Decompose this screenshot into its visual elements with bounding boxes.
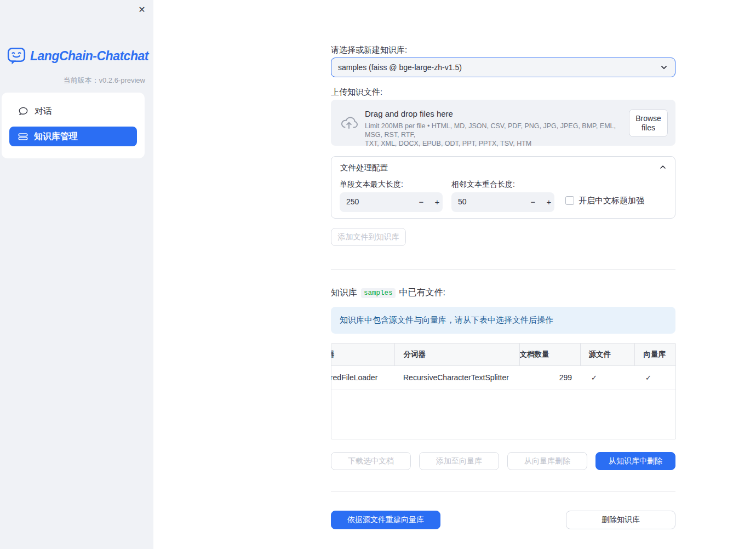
cell-vector-check: ✓ bbox=[634, 365, 676, 390]
dropzone-limits: Limit 200MB per file • HTML, MD, JSON, C… bbox=[365, 122, 627, 148]
chatchat-logo-icon bbox=[7, 47, 26, 65]
column-header-splitter[interactable]: 分词器 bbox=[394, 344, 519, 365]
overlap-size-input[interactable]: 50 − + bbox=[451, 192, 554, 212]
kb-name-code: samples bbox=[361, 288, 396, 298]
file-config-expander: 文件处理配置 单段文本最大长度: 250 − + 相邻文本重合长度: 50 − … bbox=[331, 156, 675, 219]
upload-label: 上传知识文件: bbox=[331, 87, 382, 98]
zh-title-enhance-label: 开启中文标题加强 bbox=[579, 196, 644, 206]
column-header-vector[interactable]: 向量库 bbox=[634, 344, 676, 365]
chunk-size-value: 250 bbox=[346, 197, 359, 206]
info-banner: 知识库中包含源文件与向量库，请从下表中选择文件后操作 bbox=[331, 307, 675, 334]
app-window: ✕ LangChain-Chatchat 当前版本：v0.2.6-preview bbox=[0, 0, 756, 549]
delete-kb-button[interactable]: 删除知识库 bbox=[566, 511, 675, 529]
cell-loader: UnstructuredFileLoader bbox=[331, 365, 394, 390]
file-dropzone[interactable]: Drag and drop files here Limit 200MB per… bbox=[331, 100, 675, 146]
version-text: 当前版本：v0.2.6-preview bbox=[63, 76, 145, 85]
browse-files-button[interactable]: Browse files bbox=[629, 109, 668, 137]
sidebar-item-label: 知识库管理 bbox=[34, 131, 78, 142]
chevron-down-icon bbox=[660, 63, 668, 72]
divider bbox=[331, 491, 675, 492]
chunk-size-label: 单段文本最大长度: bbox=[340, 180, 403, 190]
add-files-to-kb-button[interactable]: 添加文件到知识库 bbox=[331, 228, 406, 246]
delete-from-kb-button[interactable]: 从知识库中删除 bbox=[595, 452, 675, 470]
sidebar-item-chat[interactable]: 对话 bbox=[9, 101, 137, 121]
chunk-size-plus-button[interactable]: + bbox=[431, 192, 443, 212]
chat-bubble-icon bbox=[18, 106, 28, 117]
sidebar-item-label: 对话 bbox=[35, 106, 52, 117]
delete-from-vector-button[interactable]: 从向量库删除 bbox=[507, 452, 587, 470]
download-selected-button[interactable]: 下载选中文档 bbox=[331, 452, 411, 470]
divider bbox=[331, 269, 675, 270]
kb-select-label: 请选择或新建知识库: bbox=[331, 45, 407, 55]
chevron-up-icon[interactable] bbox=[658, 163, 667, 171]
sidebar-item-kb-management[interactable]: 知识库管理 bbox=[9, 127, 137, 146]
kb-files-table[interactable]: 文档加载器 分词器 文档数量 源文件 向量库 UnstructuredFileL… bbox=[331, 343, 676, 439]
kb-select-dropdown[interactable]: samples (faiss @ bge-large-zh-v1.5) bbox=[331, 58, 675, 77]
list-stack-icon bbox=[18, 132, 28, 141]
chunk-size-minus-button[interactable]: − bbox=[415, 192, 427, 212]
overlap-size-label: 相邻文本重合长度: bbox=[451, 180, 515, 190]
column-header-docs[interactable]: 文档数量 bbox=[519, 344, 580, 365]
dropzone-title: Drag and drop files here bbox=[365, 109, 453, 118]
zh-title-enhance-checkbox[interactable] bbox=[565, 196, 574, 205]
column-header-source[interactable]: 源文件 bbox=[580, 344, 634, 365]
add-to-vector-button[interactable]: 添加至向量库 bbox=[419, 452, 499, 470]
chunk-size-input[interactable]: 250 − + bbox=[340, 192, 443, 212]
expander-title[interactable]: 文件处理配置 bbox=[340, 163, 388, 173]
kb-select-value: samples (faiss @ bge-large-zh-v1.5) bbox=[338, 63, 660, 72]
rebuild-vector-store-button[interactable]: 依据源文件重建向量库 bbox=[331, 511, 440, 529]
sidebar: ✕ LangChain-Chatchat 当前版本：v0.2.6-preview bbox=[0, 0, 153, 549]
column-header-loader[interactable]: 文档加载器 bbox=[331, 344, 394, 365]
overlap-size-value: 50 bbox=[458, 197, 467, 206]
table-header-row: 文档加载器 分词器 文档数量 源文件 向量库 bbox=[331, 344, 676, 365]
table-row[interactable]: UnstructuredFileLoader RecursiveCharacte… bbox=[331, 365, 676, 390]
cell-splitter: RecursiveCharacterTextSplitter bbox=[394, 365, 519, 390]
cloud-upload-icon bbox=[340, 114, 358, 131]
logo: LangChain-Chatchat bbox=[7, 47, 148, 65]
sidebar-menu: 对话 知识库管理 bbox=[2, 93, 145, 158]
app-title: LangChain-Chatchat bbox=[30, 49, 148, 64]
overlap-size-minus-button[interactable]: − bbox=[527, 192, 539, 212]
kb-files-heading: 知识库 samples 中已有文件: bbox=[331, 287, 445, 299]
sidebar-close-icon[interactable]: ✕ bbox=[136, 4, 148, 16]
overlap-size-plus-button[interactable]: + bbox=[543, 192, 555, 212]
cell-docs: 299 bbox=[519, 365, 580, 390]
cell-source-check: ✓ bbox=[580, 365, 634, 390]
